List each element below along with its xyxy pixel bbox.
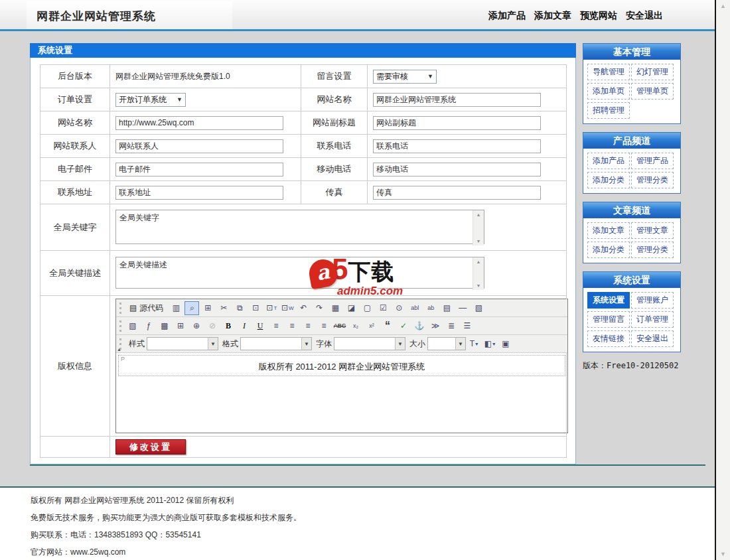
sidebar-item-recruit-manage[interactable]: 招聘管理 [587,102,630,119]
fax-input[interactable] [373,186,541,200]
site-name-input[interactable] [373,93,541,107]
editor-image-placeholder-button[interactable]: ▧ [471,301,486,315]
sidebar-item-manage-article[interactable]: 管理文章 [631,222,674,239]
editor-image-button[interactable]: ▧ [125,319,140,333]
editor-paste-word-button[interactable]: ⊡W [280,301,295,315]
editor-textarea-field-button[interactable]: ab [423,301,438,315]
sidebar-item-manage-message[interactable]: 管理留言 [587,311,630,328]
sidebar-item-friend-links[interactable]: 友情链接 [587,330,630,347]
editor-anchor-button[interactable]: ⚓ [412,319,427,333]
editor-superscript-button[interactable]: x² [364,319,379,333]
scrollbar[interactable]: ▲ ▼ [716,0,730,560]
editor-templates-button[interactable]: ⊞ [200,301,215,315]
editor-content[interactable]: P 版权所有 2011-2012 网群企业网站管理系统 [116,353,567,433]
editor-copy-button[interactable]: ⧉ [232,301,247,315]
editor-unordered-list-button[interactable]: ☰ [460,319,475,333]
toolbar-handle-icon[interactable] [119,320,121,332]
editor-paragraph[interactable]: P 版权所有 2011-2012 网群企业网站管理系统 [118,355,565,376]
mobile-input[interactable] [373,163,541,176]
sidebar-item-system-settings[interactable]: 系统设置 [587,292,630,309]
editor-undo-button[interactable]: ↶ [296,301,311,315]
nav-add-product[interactable]: 添加产品 [488,10,526,21]
contact-phone-input[interactable] [373,139,541,153]
sidebar-item-add-article-category[interactable]: 添加分类 [587,242,630,258]
editor-italic-button[interactable]: I [237,319,252,333]
scroll-up-icon[interactable]: ▲ [476,212,481,217]
editor-ordered-list-button[interactable]: ≣ [444,319,459,333]
nav-logout[interactable]: 安全退出 [626,10,663,21]
editor-form-button[interactable]: ▤ [439,301,454,315]
editor-checkbox-button[interactable]: ☑ [376,301,390,315]
editor-text-color-button[interactable]: T▾ [467,337,481,351]
scroll-down-icon[interactable]: ▼ [476,239,481,244]
address-input[interactable] [115,186,283,200]
global-description-textarea[interactable]: 全局关键描述 [115,257,484,289]
editor-size-select[interactable]: ▼ [427,337,466,350]
editor-remove-format-button[interactable]: ◪ [344,301,358,315]
editor-redo-button[interactable]: ↷ [312,301,327,315]
editor-table-button[interactable]: ⊞ [173,319,188,333]
nav-preview-site[interactable]: 预览网站 [580,10,617,21]
editor-find-button[interactable]: ⌕ [184,301,199,315]
sidebar-item-logout[interactable]: 安全退出 [631,330,674,347]
toolbar-handle-icon[interactable] [119,303,121,314]
editor-radio-button[interactable]: ⊙ [392,301,406,315]
sidebar-item-order-manage[interactable]: 订单管理 [631,311,674,328]
scroll-up-icon[interactable]: ▲ [716,0,730,12]
textarea-scrollbar[interactable]: ▲▼ [473,257,484,290]
sidebar-item-manage-account[interactable]: 管理账户 [631,292,674,309]
editor-unlink-button[interactable]: ⊘ [205,319,220,333]
editor-text-field-button[interactable]: abl [407,301,422,315]
editor-paste-button[interactable]: ⊡ [248,301,263,315]
editor-blockquote-button[interactable]: “ [380,319,395,333]
email-input[interactable] [115,163,283,176]
sidebar-item-add-product[interactable]: 添加产品 [587,153,630,169]
editor-flash-button[interactable]: ƒ [141,319,156,333]
editor-strikethrough-button[interactable]: ABC [332,319,347,333]
sidebar-item-manage-product[interactable]: 管理产品 [631,153,674,169]
save-settings-button[interactable]: 修改设置 [115,439,186,455]
editor-underline-button[interactable]: U [253,319,267,333]
textarea-scrollbar[interactable]: ▲▼ [473,210,484,245]
editor-page-properties-button[interactable]: ▢ [360,301,374,315]
editor-horizontal-rule-button[interactable]: — [455,301,470,315]
editor-align-right-button[interactable]: ≡ [301,319,315,333]
editor-cut-button[interactable]: ✂ [216,301,231,315]
editor-indent-button[interactable]: ≫ [428,319,443,333]
message-setting-select[interactable]: 需要审核 ▼ [373,70,437,84]
sidebar-item-add-single-page[interactable]: 添加单页 [587,83,630,100]
sidebar-item-add-article[interactable]: 添加文章 [587,222,630,239]
scroll-down-icon[interactable]: ▼ [716,548,730,560]
sidebar-item-add-product-category[interactable]: 添加分类 [587,172,630,188]
editor-bold-button[interactable]: B [221,319,236,333]
order-setting-select[interactable]: 开放订单系统 ▼ [115,93,186,107]
sidebar-item-manage-article-category[interactable]: 管理分类 [631,242,674,258]
nav-add-article[interactable]: 添加文章 [534,10,571,21]
editor-special-char-button[interactable]: ▦ [328,301,342,315]
editor-align-justify-button[interactable]: ≡ [317,319,331,333]
scroll-up-icon[interactable]: ▲ [476,259,481,264]
editor-paste-text-button[interactable]: ⊡T [264,301,279,315]
site-subtitle-input[interactable] [373,116,541,130]
editor-font-select[interactable]: ▼ [334,337,405,350]
editor-media-button[interactable]: ▩ [157,319,172,333]
editor-save-button[interactable]: ▣ [498,337,513,351]
editor-spellcheck-button[interactable]: ✓ [396,319,411,333]
editor-source-button[interactable]: ▤源代码 [125,301,167,315]
sidebar-item-nav-manage[interactable]: 导航管理 [587,64,630,80]
site-url-input[interactable] [115,116,283,130]
editor-style-select[interactable]: ▼ [147,337,218,350]
scroll-down-icon[interactable]: ▼ [476,283,481,288]
editor-fill-color-button[interactable]: ◧▾ [482,337,497,351]
toolbar-collapse-icon[interactable]: ▲ [117,347,121,352]
editor-subscript-button[interactable]: x₂ [348,319,363,333]
editor-link-button[interactable]: ⊕ [189,319,204,333]
editor-format-select[interactable]: ▼ [240,337,312,350]
sidebar-item-slide-manage[interactable]: 幻灯管理 [631,64,674,80]
contact-person-input[interactable] [115,139,283,153]
global-keywords-textarea[interactable]: 全局关键字 [115,210,484,244]
sidebar-item-manage-single-page[interactable]: 管理单页 [631,83,674,100]
sidebar-item-manage-product-category[interactable]: 管理分类 [631,172,674,188]
editor-align-left-button[interactable]: ≡ [269,319,283,333]
editor-preview-button[interactable]: ▥ [169,301,183,315]
